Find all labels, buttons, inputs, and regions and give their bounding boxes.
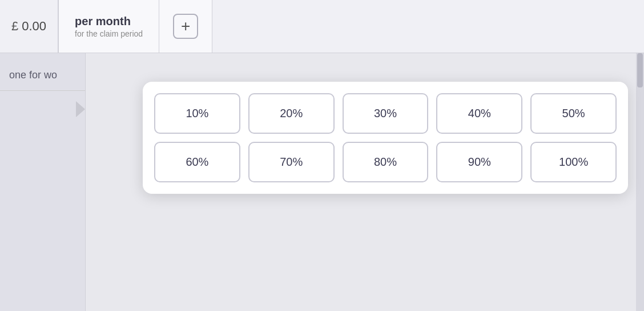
top-bar: £ 0.00 per month for the claim period + — [0, 0, 644, 53]
scrollbar-thumb[interactable] — [637, 53, 643, 87]
percentage-button-90[interactable]: 90% — [436, 142, 522, 182]
amount-value: 0.00 — [22, 19, 46, 34]
percentage-button-70[interactable]: 70% — [248, 142, 335, 182]
amount-field: £ 0.00 — [0, 0, 58, 53]
left-panel-text: one for wo — [0, 65, 85, 86]
percentage-button-40[interactable]: 40% — [436, 93, 522, 134]
percentage-button-60[interactable]: 60% — [154, 142, 240, 182]
percentage-button-100[interactable]: 100% — [530, 142, 617, 182]
percentage-button-20[interactable]: 20% — [248, 93, 335, 134]
chevron-area — [0, 101, 85, 117]
per-month-label: per month — [75, 15, 143, 28]
per-month-section: per month for the claim period — [58, 0, 159, 53]
percentage-button-30[interactable]: 30% — [343, 93, 429, 134]
main-content: one for wo 10%20%30%40%50%60%70%80%90%10… — [0, 53, 644, 311]
percentage-dropdown: 10%20%30%40%50%60%70%80%90%100% — [143, 82, 628, 194]
chevron-icon — [76, 101, 85, 117]
right-panel: 10%20%30%40%50%60%70%80%90%100% — [86, 53, 644, 311]
claim-period-label: for the claim period — [75, 29, 143, 38]
currency-symbol: £ — [11, 19, 18, 34]
left-panel: one for wo — [0, 53, 86, 311]
percentage-button-80[interactable]: 80% — [343, 142, 429, 182]
left-divider — [0, 90, 85, 91]
percentage-grid: 10%20%30%40%50%60%70%80%90%100% — [154, 93, 617, 182]
add-button[interactable]: + — [173, 14, 198, 39]
percentage-button-10[interactable]: 10% — [154, 93, 240, 134]
percentage-button-50[interactable]: 50% — [530, 93, 617, 134]
scrollbar-area[interactable] — [636, 53, 644, 311]
add-button-container[interactable]: + — [159, 0, 212, 53]
